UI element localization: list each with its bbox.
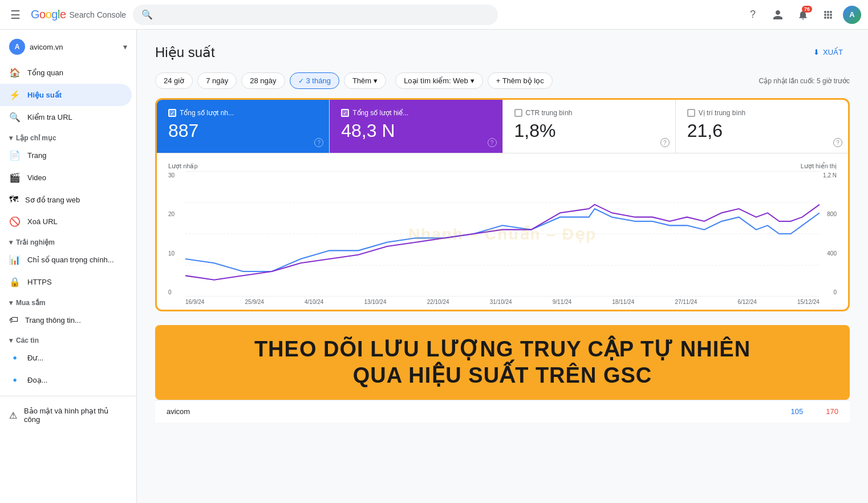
search-type-filter[interactable]: Loại tìm kiếm: Web ▾ [395,72,483,89]
page-icon: 📄 [9,150,21,161]
metric-clicks-checkbox[interactable]: ✓ [168,109,176,117]
y-left-low: 10 [168,250,175,257]
filter-more[interactable]: Thêm ▾ [344,72,386,89]
sidebar-item-kiem-tra-url[interactable]: 🔍 Kiểm tra URL [0,106,132,128]
sitemap-icon: 🗺 [9,194,18,205]
sidebar-bottom: ⚠ Bảo mật và hình phạt thủ công [0,396,136,429]
section-label-lap-chi-muc: Lập chỉ mục [16,134,56,142]
metric-card-position[interactable]: Vị trí trung bình 21,6 ? [676,100,848,153]
accounts-icon [772,9,784,21]
sidebar-label-trang-thong-tin: Trang thông tin... [25,316,81,324]
sidebar-label-chi-so: Chỉ số quan trọng chính... [27,255,114,264]
filter-7days-label: 7 ngày [206,76,228,85]
sidebar-item-video[interactable]: 🎬 Video [0,167,132,189]
sidebar-item-duc[interactable]: 🔹 Đư... [0,347,132,369]
metric-clicks-help-icon[interactable]: ? [314,138,323,147]
metric-impressions-label: Tổng số lượt hiể... [352,109,408,117]
metric-card-impressions[interactable]: ✓ Tổng số lượt hiể... 48,3 N ? [330,100,502,153]
notification-badge: 76 [802,6,812,13]
sidebar-item-trang[interactable]: 📄 Trang [0,144,132,167]
performance-icon: ⚡ [9,90,21,100]
last-updated: Cập nhật lần cuối: 5 giờ trước [759,77,850,85]
accounts-button[interactable] [768,5,788,25]
metric-ctr-checkbox[interactable] [514,109,522,117]
duc-icon: 🔹 [9,352,21,363]
metric-ctr-help-icon[interactable]: ? [660,138,670,147]
sidebar-item-chi-so[interactable]: 📊 Chỉ số quan trọng chính... [0,249,132,271]
metric-clicks-value: 887 [168,120,318,141]
sidebar-item-trang-thong-tin[interactable]: 🏷 Trang thông tin... [0,309,132,331]
sidebar-label-so-do-trang-web: Sơ đồ trang web [25,196,80,204]
filter-24h-label: 24 giờ [164,76,184,85]
y-right-label: Lượt hiển thị [801,163,837,170]
apps-button[interactable] [818,5,838,25]
sidebar-item-tong-quan[interactable]: 🏠 Tổng quan [0,62,132,84]
add-filter-button[interactable]: + Thêm bộ lọc [488,72,553,89]
filter-24h[interactable]: 24 giờ [155,72,193,89]
notifications-button[interactable]: 76 [793,5,813,25]
help-button[interactable]: ? [743,5,763,25]
metrics-container: ✓ Tổng số lượt nh... 887 ? ✓ Tổng số lượ… [155,98,850,311]
help-icon: ? [750,9,756,21]
app-logo: Google Search Console [31,8,126,21]
sidebar-item-so-do-trang-web[interactable]: 🗺 Sơ đồ trang web [0,189,132,210]
sidebar-label-kiem-tra-url: Kiểm tra URL [27,113,72,121]
metric-card-clicks[interactable]: ✓ Tổng số lượt nh... 887 ? [157,100,330,153]
property-selector[interactable]: A avicom.vn ▾ [0,34,136,59]
filter-3months-label: 3 tháng [306,76,331,85]
sidebar-label-trang: Trang [27,151,46,160]
metric-impressions-help-icon[interactable]: ? [488,138,497,147]
section-mua-sam[interactable]: ▾ Mua sắm [0,293,136,309]
x-label-8: 27/11/24 [675,299,697,305]
banner-line2: QUA HIỆU SUẤT TRÊN GSC [254,363,751,389]
metric-card-ctr[interactable]: CTR trung bình 1,8% ? [503,100,676,153]
x-label-3: 13/10/24 [364,299,387,305]
property-icon: A [9,39,25,55]
property-name: avicom.vn [30,43,119,51]
expand-icon-3: ▾ [9,299,13,307]
export-button[interactable]: ⬇ XUẤT [806,43,850,61]
export-label: XUẤT [823,48,843,56]
doa-icon: 🔹 [9,375,21,386]
metric-position-help-icon[interactable]: ? [833,138,842,147]
metric-clicks-header: ✓ Tổng số lượt nh... [168,109,318,117]
section-trai-nghiem[interactable]: ▾ Trải nghiệm [0,233,136,249]
shopping-icon: 🏷 [9,315,18,325]
y-right-zero: 0 [823,289,837,295]
sidebar-label-hieu-suat: Hiệu suất [27,91,62,99]
x-label-4: 22/10/24 [427,299,449,305]
x-label-2: 4/10/24 [305,299,323,305]
sidebar-item-hieu-suat[interactable]: ⚡ Hiệu suất [0,84,132,106]
sidebar-label-https: HTTPS [27,278,52,286]
y-right-800: 800 [823,211,837,217]
menu-icon[interactable]: ☰ [7,5,24,25]
sidebar-item-bao-mat[interactable]: ⚠ Bảo mật và hình phạt thủ công [0,401,132,429]
filter-28days[interactable]: 28 ngày [241,72,285,89]
property-chevron-icon: ▾ [123,42,127,51]
y-left-zero: 0 [168,289,175,295]
sidebar-item-doa[interactable]: 🔹 Đoạ... [0,369,132,391]
avatar[interactable]: A [843,6,861,24]
performance-chart [168,171,837,297]
search-input[interactable] [159,10,489,19]
https-icon: 🔒 [9,277,21,287]
x-label-9: 6/12/24 [737,299,756,305]
section-cac-tin[interactable]: ▾ Các tìn [0,331,136,347]
avatar-initials: A [849,10,854,19]
apps-icon [822,9,834,21]
search-bar[interactable]: 🔍 [133,5,498,25]
url-inspect-icon: 🔍 [9,112,21,123]
section-lap-chi-muc[interactable]: ▾ Lập chỉ mục [0,128,136,144]
search-type-chevron-icon: ▾ [470,76,474,85]
sidebar-item-https[interactable]: 🔒 HTTPS [0,271,132,293]
search-type-label: Loại tìm kiếm: Web [404,76,468,85]
download-icon: ⬇ [813,48,820,56]
table-row[interactable]: avicom 105 170 [155,400,850,423]
metric-position-checkbox[interactable] [687,109,695,117]
filter-7days[interactable]: 7 ngày [197,72,237,89]
filter-3months[interactable]: ✓ 3 tháng [290,72,339,89]
chart-svg-container: 30 20 10 0 1,2 N 800 400 0 Nhanh – Chuẩn… [168,171,837,297]
metric-impressions-checkbox[interactable]: ✓ [341,109,349,117]
sidebar-item-xoa-url[interactable]: 🚫 Xoá URL [0,210,132,233]
sidebar-label-xoa-url: Xoá URL [27,217,58,226]
